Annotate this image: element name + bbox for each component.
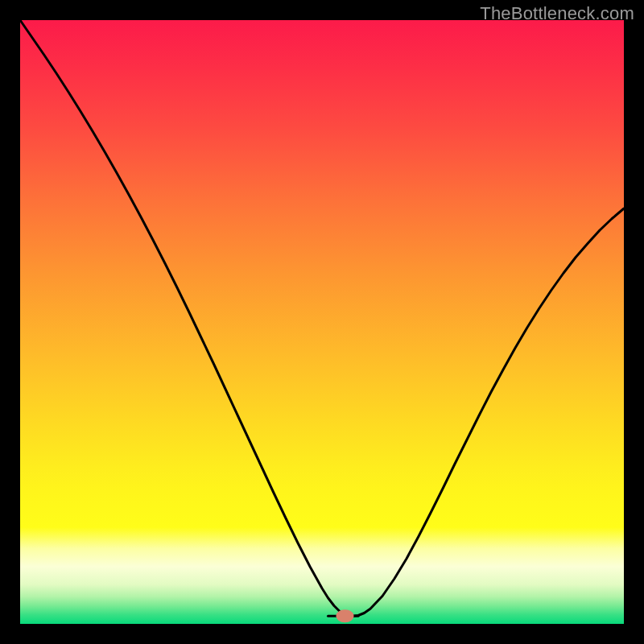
bottleneck-chart [0,0,644,644]
optimal-marker [336,609,354,622]
chart-frame: TheBottleneck.com [0,0,644,644]
watermark-text: TheBottleneck.com [480,3,634,24]
gradient-background [20,20,624,624]
